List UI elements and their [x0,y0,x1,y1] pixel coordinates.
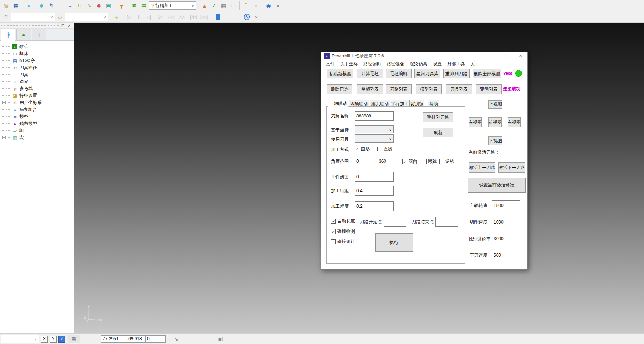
view-right-button[interactable]: 右视图 [508,117,521,127]
calc-stock-button[interactable]: 计算毛坯 [357,69,383,78]
go-to-end-icon[interactable]: ▷▷| [199,12,210,22]
dir-both-checkbox[interactable]: ✓双向 [402,158,417,165]
collision-check-icon[interactable]: ∪ [75,1,85,10]
float-panel-icon[interactable]: ⊡ [60,23,65,28]
menu-path-mirror[interactable]: 路径镜像 [387,61,404,67]
panel-grip[interactable] [1,25,59,26]
sim-toolpath-select[interactable]: ∨ [11,13,55,21]
ball-tool-icon[interactable]: ◒ [65,1,75,10]
simulate-check-icon[interactable]: ✓ [209,1,219,10]
model-list-button[interactable]: 模型列表 [416,84,442,94]
z-heights-icon[interactable]: ≡ [56,1,65,10]
set-active-path-button[interactable]: 设置当前激活路径 [468,178,526,193]
axis-z-button[interactable]: Z [58,336,65,343]
slider-handle[interactable] [216,14,220,20]
close-panel-icon[interactable]: × [67,23,72,28]
sim-tool-select[interactable]: ∨ [65,13,108,21]
menu-render-sim[interactable]: 渲染仿真 [410,61,427,67]
toolpath-spring-icon[interactable]: ≋ [129,1,139,10]
tab-explorer-trash[interactable]: ▯ [32,29,46,40]
coord-x-input[interactable]: 77.2951 [101,335,125,343]
base-coord-select[interactable]: ∨ [355,125,394,133]
tree-item-machine[interactable]: ▭机床 [0,50,74,57]
angle-from-input[interactable]: 0 [355,157,374,166]
tab-3axis[interactable]: 三轴联动 [328,99,348,108]
delete-selected-button[interactable]: 删除已选 [327,84,352,94]
ruler-icon[interactable]: ▭ [228,1,238,10]
tool-holder-icon[interactable]: ┳ [117,1,126,10]
toolpath-list-button[interactable]: 刀路列表 [386,84,412,94]
shading-bulb-icon[interactable]: ● [112,12,121,22]
clock-icon[interactable] [243,14,250,20]
delete-all-models-button[interactable]: 删除全部模型 [473,69,501,78]
statusbar-select[interactable]: ∨ [1,335,39,343]
tree-item-levels-sets[interactable]: ≡层和组合 [0,106,74,113]
cutting-speed-input[interactable]: 1000 [492,217,520,227]
view-left-button[interactable]: 左视图 [469,117,482,127]
go-to-start-icon[interactable]: |◁◁ [188,12,199,22]
toolbar-close-icon[interactable]: × [273,1,283,10]
save-project-icon[interactable]: ▦ [11,1,21,10]
tab-explorer-tree[interactable]: ┣ [1,29,15,41]
angle-to-input[interactable]: 360 [377,157,396,166]
list-lines-icon[interactable]: ≡ [168,336,171,342]
sim-speed-slider[interactable] [213,14,239,20]
fast-forward-icon[interactable]: ▷▷ [177,12,188,22]
view-front-button[interactable]: 前视图 [488,117,502,127]
step-back-icon[interactable]: ◁| [143,12,154,22]
close-icon[interactable]: × [513,52,527,60]
grid-snap-button[interactable]: ▦ [68,335,80,343]
tree-item-models[interactable]: ◙模型 [0,113,74,120]
toolpath-name-input[interactable]: 888888 [355,111,394,121]
maximize-icon[interactable]: □ [499,52,513,60]
axis-y-button[interactable]: Y [50,336,57,343]
coord-list-button[interactable]: 坐标列表 [357,84,383,94]
use-tool-select[interactable]: ∨ [355,134,394,143]
plunge-speed-input[interactable]: 500 [492,250,520,260]
tools-icon[interactable]: ⊺ [241,1,251,10]
tree-item-feature-sets[interactable]: ◪特征设置 [0,92,74,99]
tree-item-nc-programs[interactable]: ▤NC程序 [0,57,74,64]
swap-arrows-icon[interactable]: × [251,1,260,10]
menu-coords[interactable]: 关于坐标 [340,61,358,67]
minimize-icon[interactable]: — [485,52,499,60]
paste-new-model-button[interactable]: 粘贴新模型 [327,69,353,78]
block-icon[interactable]: ◆ [37,1,46,10]
view-bottom-button[interactable]: 下视图 [488,136,502,145]
menu-settings[interactable]: 设置 [433,61,442,67]
dialog-title-bar[interactable]: ★ PowerMILL 忆梦星河 7.0.6 — □ × [321,52,527,60]
dir-conventional-checkbox[interactable]: 逆铣 [439,158,454,165]
mode-line-checkbox[interactable]: 直线 [377,146,392,152]
execute-button[interactable]: 执行 [375,233,413,252]
tree-item-macros[interactable]: +▥宏 [0,134,74,141]
menu-path-edit[interactable]: 路径编辑 [363,61,381,67]
collision-check-checkbox[interactable]: ✓碰撞检测 [331,228,355,235]
axis-x-button[interactable]: X [41,336,48,343]
tool-block-icon[interactable]: ▣ [104,1,113,10]
tool-list-button[interactable]: 刀具列表 [446,84,472,94]
tolerance-input[interactable]: 0.2 [355,201,394,211]
refresh-button[interactable]: 刷新 [423,128,453,137]
menu-external-tools[interactable]: 外部工具 [447,61,465,67]
tree-item-groups[interactable]: ▱组 [0,127,74,134]
coord-z-input[interactable]: 0 [145,335,166,343]
tool-library-button[interactable]: 星河刀具库 [414,69,440,78]
rearrange-paths-button[interactable]: 重排列刀路 [443,69,470,78]
tree-item-boundaries[interactable]: ○边界 [0,78,74,85]
tree-item-toolpaths[interactable]: ≋刀具路径 [0,64,74,71]
view-top-button[interactable]: 上视图 [488,100,502,109]
play-icon[interactable]: ▷ [124,12,134,22]
auto-length-checkbox[interactable]: ✓自动长度 [331,218,355,224]
toolpath-list-icon[interactable]: ▤ [139,1,149,10]
sim-toolbar-close-icon[interactable]: × [252,12,261,22]
stock-remain-input[interactable]: 0 [355,172,394,182]
tool-flame-icon[interactable]: ▲ [200,1,209,10]
calculator-ball-icon[interactable]: ● [24,1,33,10]
stock-edit-button[interactable]: 毛坯编辑 [386,69,412,78]
drive-list-button[interactable]: 驱动列表 [476,84,502,94]
step-forward-icon[interactable]: |▷ [154,12,166,22]
rearrange-button[interactable]: 重排列刀路 [423,112,453,122]
activate-next-button[interactable]: 激活下一刀路 [498,162,525,173]
draw-arrow-icon[interactable]: ↘ [174,336,178,342]
menu-about[interactable]: 关于 [470,61,479,67]
